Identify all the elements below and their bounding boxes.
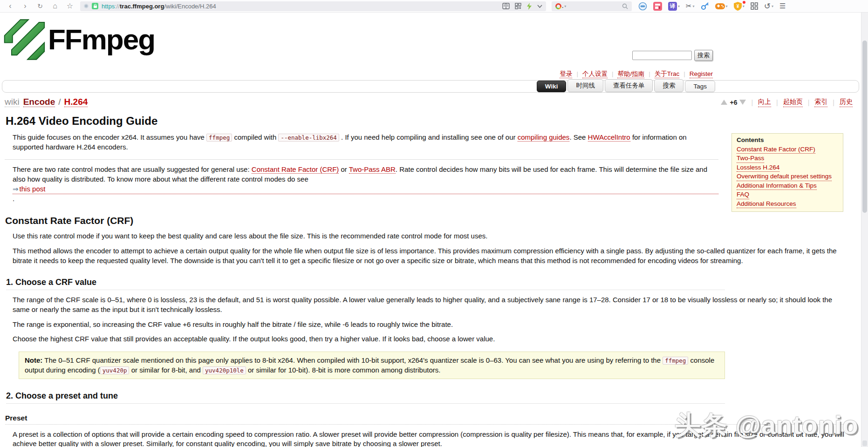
tab-tags[interactable]: Tags xyxy=(685,81,715,92)
ctxtnav-link-up[interactable]: 向上 xyxy=(758,98,771,107)
toc-link-faq[interactable]: FAQ xyxy=(737,190,749,199)
inline-code: yuv420p10le xyxy=(203,366,246,374)
scrollbar[interactable] xyxy=(861,13,868,447)
page-title: H.264 Video Encoding Guide xyxy=(6,115,847,128)
metanav-link-about[interactable]: 关于Trac xyxy=(655,70,680,78)
tab-tickets[interactable]: 查看任务单 xyxy=(605,79,653,92)
inline-code: ffmpeg xyxy=(206,134,232,142)
intro-paragraph: This guide focuses on the encoder x264. … xyxy=(13,133,847,152)
site-header: FFmpeg 搜索 登录|个人设置|帮助/指南|关于Trac|Register xyxy=(0,13,861,80)
ffmpeg-logo[interactable]: FFmpeg xyxy=(2,16,155,62)
screenshot-scissors-icon[interactable]: ✂▾ xyxy=(686,2,695,10)
toc-link-overwriting[interactable]: Overwriting default preset settings xyxy=(737,172,832,181)
inline-code: yuv420p xyxy=(100,366,130,374)
inline-code: --enable-libx264 xyxy=(278,134,339,142)
crf-exponential-paragraph: The range is exponential, so increasing … xyxy=(13,320,847,330)
extensions-grid-icon[interactable] xyxy=(751,2,758,10)
scrollbar-down-button[interactable] xyxy=(862,440,867,446)
link-this-post[interactable]: this post xyxy=(13,184,718,195)
toc-link-crf[interactable]: Constant Rate Factor (CRF) xyxy=(737,145,815,154)
ctxtnav-link-index[interactable]: 索引 xyxy=(814,98,827,107)
crf-heading: Constant Rate Factor (CRF) xyxy=(5,215,847,226)
context-row: wikiEncode/H.264 +6 | 向上 | 起始页 | 索引 | 历史 xyxy=(0,93,861,108)
crf-value-heading: 1. Choose a CRF value xyxy=(6,278,725,290)
back-icon[interactable]: ‹ xyxy=(3,0,18,12)
crf-paragraph-2: This method allows the encoder to attemp… xyxy=(13,246,847,265)
search-engine-caret-icon[interactable]: ▾ xyxy=(564,4,566,8)
lock-icon[interactable] xyxy=(92,3,98,9)
key-icon[interactable] xyxy=(701,2,709,10)
browser-toolbar: ‹ › ↻ ⌂ ☆ https://trac.ffmpeg.org/wiki/E… xyxy=(0,0,868,13)
pink-extension-icon[interactable] xyxy=(653,2,662,11)
section-divider xyxy=(5,159,718,160)
breadcrumb: wikiEncode/H.264 xyxy=(5,97,88,107)
url-host: trac.ffmpeg.org xyxy=(120,3,164,10)
vote-up-icon[interactable] xyxy=(721,100,727,105)
ctxtnav-link-history[interactable]: 历史 xyxy=(840,98,853,107)
link-crf[interactable]: Constant Rate Factor (CRF) xyxy=(252,165,339,174)
rate-modes-paragraph: There are two rate control modes that ar… xyxy=(13,165,847,204)
context-nav: +6 | 向上 | 起始页 | 索引 | 历史 xyxy=(721,98,853,107)
ctxtnav-link-start[interactable]: 起始页 xyxy=(783,98,803,107)
vote-score: +6 xyxy=(730,99,737,106)
site-info-icon[interactable] xyxy=(84,4,89,8)
reader-mode-icon[interactable] xyxy=(502,3,510,9)
link-two-pass-abr[interactable]: Two-Pass ABR xyxy=(349,165,396,174)
crf-range-paragraph: The range of the CRF scale is 0–51, wher… xyxy=(13,295,847,314)
tab-timeline[interactable]: 时间线 xyxy=(567,79,603,92)
toc-box: Contents Constant Rate Factor (CRF) Two-… xyxy=(731,133,843,212)
metanav-link-preferences[interactable]: 个人设置 xyxy=(582,70,608,78)
breadcrumb-current[interactable]: H.264 xyxy=(64,97,88,107)
blue-circle-extension-icon[interactable] xyxy=(638,2,647,11)
toc-link-additional-info[interactable]: Additional Information & Tips xyxy=(737,182,817,190)
site-search-input[interactable] xyxy=(632,51,692,60)
trac-page: FFmpeg 搜索 登录|个人设置|帮助/指南|关于Trac|Register … xyxy=(0,13,861,447)
scrollbar-thumb[interactable] xyxy=(862,41,867,213)
shield-icon[interactable]: ¥ ▾ xyxy=(734,2,745,11)
star-icon[interactable]: ☆ xyxy=(62,0,77,12)
url-path: /wiki/Encode/H.264 xyxy=(164,3,216,10)
page-url: https://trac.ffmpeg.org/wiki/Encode/H.26… xyxy=(102,3,216,10)
browser-search-box[interactable]: . ▾ xyxy=(552,1,632,11)
toc-title: Contents xyxy=(737,136,838,144)
menu-icon[interactable]: ☰ xyxy=(779,2,786,10)
ffmpeg-logo-text: FFmpeg xyxy=(48,23,155,56)
home-icon[interactable]: ⌂ xyxy=(48,0,62,12)
undo-icon[interactable]: ↺▾ xyxy=(764,1,773,11)
metanav-link-help[interactable]: 帮助/指南 xyxy=(617,70,644,78)
metanav-link-register[interactable]: Register xyxy=(690,70,713,78)
note-box: Note: The 0–51 CRF quantizer scale menti… xyxy=(19,352,725,379)
magnifier-icon[interactable] xyxy=(622,3,628,9)
breadcrumb-wiki[interactable]: wiki xyxy=(5,97,20,107)
watermark: 头条 @antonio xyxy=(675,408,859,443)
extension-icons: 译▾ ✂▾ ▾ ¥ ▾ ↺▾ ☰ xyxy=(638,1,786,11)
metanav-link-login[interactable]: 登录 xyxy=(560,70,572,78)
translate-extension-icon[interactable]: 译▾ xyxy=(668,2,680,11)
link-hwaccelintro[interactable]: HWAccelIntro xyxy=(588,133,630,142)
gamepad-icon[interactable]: ▾ xyxy=(715,3,728,10)
ffmpeg-logo-icon xyxy=(2,16,46,62)
mainnav-strip: Wiki 时间线 查看任务单 搜索 Tags xyxy=(2,80,859,93)
notification-badge xyxy=(743,1,745,4)
lightning-icon[interactable] xyxy=(526,3,532,10)
forward-icon[interactable]: › xyxy=(18,0,33,12)
tab-search[interactable]: 搜索 xyxy=(654,79,683,92)
mainnav-tabs: Wiki 时间线 查看任务单 搜索 Tags xyxy=(535,79,715,92)
qr-code-icon[interactable] xyxy=(515,3,521,9)
chevron-down-icon[interactable] xyxy=(537,5,542,8)
opera-logo-icon xyxy=(555,3,561,9)
vote-down-icon[interactable] xyxy=(739,100,746,105)
crf-paragraph-1: Use this rate control mode if you want t… xyxy=(13,231,847,241)
reload-icon[interactable]: ↻ xyxy=(33,0,48,12)
toc-link-two-pass[interactable]: Two-Pass xyxy=(737,154,764,163)
site-search-form: 搜索 xyxy=(632,50,713,61)
tab-wiki[interactable]: Wiki xyxy=(537,81,567,92)
address-bar[interactable]: https://trac.ffmpeg.org/wiki/Encode/H.26… xyxy=(80,1,546,11)
toc-link-additional-resources[interactable]: Additional Resources xyxy=(737,200,796,209)
link-compiling-guides[interactable]: compiling guides xyxy=(518,133,570,142)
site-search-button[interactable]: 搜索 xyxy=(694,50,713,61)
toc-link-lossless[interactable]: Lossless H.264 xyxy=(737,163,779,172)
preset-heading: 2. Choose a preset and tune xyxy=(6,391,725,404)
wiki-content: H.264 Video Encoding Guide Contents Cons… xyxy=(0,108,861,447)
breadcrumb-encode[interactable]: Encode xyxy=(23,97,55,107)
